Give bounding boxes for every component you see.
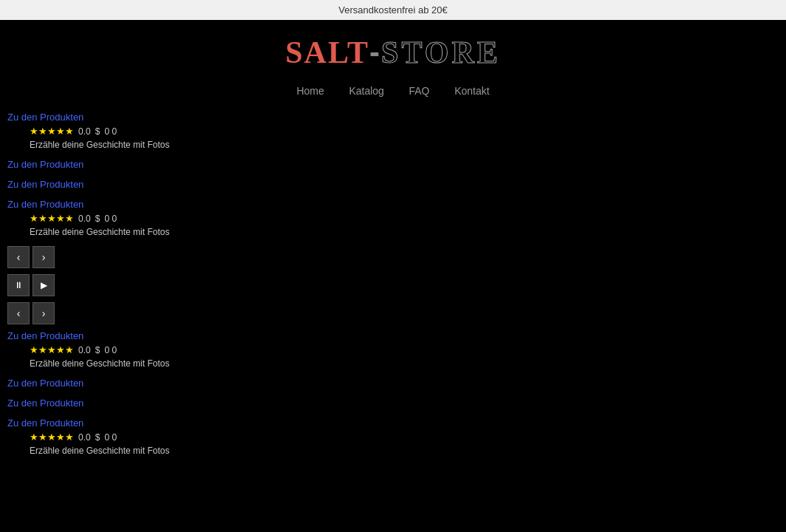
nav-katalog[interactable]: Katalog <box>349 85 383 97</box>
product-link-5[interactable]: Zu den Produkten <box>7 330 779 341</box>
rating-value-4: 0.0 <box>78 214 91 224</box>
rating-value-1: 0.0 <box>78 126 91 137</box>
dollar-1: $ <box>95 126 100 137</box>
eye-count-4: 0 0 <box>104 214 117 224</box>
play-button[interactable]: ▶ <box>33 274 55 296</box>
section-block-7: Zu den Produkten <box>7 398 779 409</box>
product-link-8[interactable]: Zu den Produkten <box>7 417 779 429</box>
rating-row-5: ★★★★★ 0.0 $ 0 0 <box>30 344 779 355</box>
media-controls: ⏸ ▶ <box>7 274 779 296</box>
rating-value-8: 0.0 <box>78 432 91 443</box>
desc-1: Erzähle deine Geschichte mit Fotos <box>30 140 779 150</box>
next-button-2[interactable]: › <box>33 302 55 324</box>
product-link-7[interactable]: Zu den Produkten <box>7 398 779 409</box>
section-block-1: Zu den Produkten ★★★★★ 0.0 $ 0 0 Erzähle… <box>7 112 779 150</box>
logo-salt: SALT <box>285 35 369 69</box>
pause-button[interactable]: ⏸ <box>7 274 30 296</box>
section-block-4: Zu den Produkten ★★★★★ 0.0 $ 0 0 Erzähle… <box>7 199 779 237</box>
stars-4: ★★★★★ <box>30 213 74 224</box>
prev-next-controls-2: ‹ › <box>7 302 779 324</box>
product-link-1[interactable]: Zu den Produkten <box>7 112 779 123</box>
stars-1: ★★★★★ <box>30 126 74 137</box>
banner-text: Versandkostenfrei ab 20€ <box>338 4 447 16</box>
stars-5: ★★★★★ <box>30 344 74 355</box>
nav-home[interactable]: Home <box>296 85 324 97</box>
dollar-4: $ <box>95 214 100 224</box>
dollar-5: $ <box>95 345 100 355</box>
product-link-4[interactable]: Zu den Produkten <box>7 199 779 210</box>
desc-5: Erzähle deine Geschichte mit Fotos <box>30 358 779 369</box>
prev-button-2[interactable]: ‹ <box>7 302 30 324</box>
header: SALT-STORE <box>0 20 786 78</box>
section-block-8: Zu den Produkten ★★★★★ 0.0 $ 0 0 Erzähle… <box>7 417 779 456</box>
eye-count-5: 0 0 <box>104 345 117 355</box>
nav-faq[interactable]: FAQ <box>409 85 429 97</box>
eye-count-1: 0 0 <box>104 126 117 137</box>
nav-kontakt[interactable]: Kontakt <box>454 85 489 97</box>
logo: SALT-STORE <box>285 35 501 70</box>
rating-row-4: ★★★★★ 0.0 $ 0 0 <box>30 213 779 224</box>
next-button[interactable]: › <box>33 246 55 268</box>
rating-row-8: ★★★★★ 0.0 $ 0 0 <box>30 432 779 443</box>
prev-button[interactable]: ‹ <box>7 246 30 268</box>
prev-next-controls: ‹ › <box>7 246 779 268</box>
product-link-6[interactable]: Zu den Produkten <box>7 378 779 389</box>
top-banner: Versandkostenfrei ab 20€ <box>0 0 786 20</box>
rating-row-1: ★★★★★ 0.0 $ 0 0 <box>30 126 779 137</box>
main-nav: Home Katalog FAQ Kontakt <box>0 78 786 112</box>
desc-4: Erzähle deine Geschichte mit Fotos <box>30 227 779 237</box>
stars-8: ★★★★★ <box>30 432 74 443</box>
rating-value-5: 0.0 <box>78 345 91 355</box>
logo-store: STORE <box>381 35 501 69</box>
logo-dash: - <box>369 35 381 69</box>
section-block-5: Zu den Produkten ★★★★★ 0.0 $ 0 0 Erzähle… <box>7 330 779 369</box>
desc-8: Erzähle deine Geschichte mit Fotos <box>30 446 779 456</box>
section-block-6: Zu den Produkten <box>7 378 779 389</box>
eye-count-8: 0 0 <box>104 432 117 443</box>
section-block-3: Zu den Produkten <box>7 179 779 190</box>
section-block-2: Zu den Produkten <box>7 159 779 170</box>
product-link-3[interactable]: Zu den Produkten <box>7 179 779 190</box>
product-link-2[interactable]: Zu den Produkten <box>7 159 779 170</box>
main-content: Zu den Produkten ★★★★★ 0.0 $ 0 0 Erzähle… <box>0 112 786 456</box>
dollar-8: $ <box>95 432 100 443</box>
